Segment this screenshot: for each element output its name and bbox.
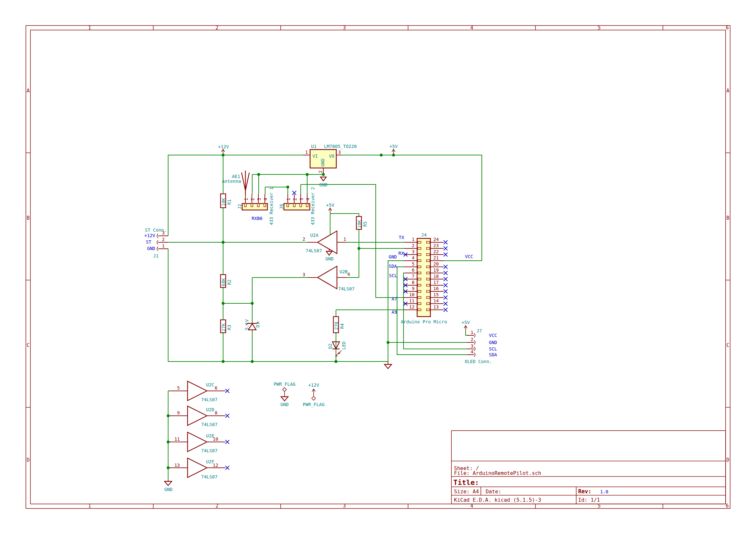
- pwr-flag-1: PWR_FLAG: [274, 382, 295, 387]
- no-connect-x: [225, 440, 229, 444]
- power-symbol-5v-j7[interactable]: [464, 326, 467, 330]
- no-connect-x: [225, 389, 229, 393]
- j4-pin-end: [426, 272, 430, 274]
- u2e-pin-11: 11: [174, 436, 180, 442]
- junction-dot: [392, 154, 395, 157]
- power-5v-j7: +5V: [461, 320, 470, 325]
- j7-pin-1: 1: [471, 330, 473, 335]
- j4-pin-6: 6: [412, 267, 415, 273]
- wire-r5-5v: [330, 214, 359, 235]
- junction-dot: [222, 302, 225, 305]
- net-tx: TX: [399, 235, 404, 240]
- j4-pin-end: [426, 291, 430, 292]
- r2-ref: R2: [227, 279, 232, 285]
- j6-value: 433 Receiver 2: [310, 187, 315, 225]
- no-connect-x: [444, 295, 447, 299]
- component-j6-receiver2[interactable]: [284, 194, 310, 210]
- no-connect-x: [444, 302, 447, 306]
- u2b-pin-3: 3: [303, 272, 305, 277]
- u2f-value: 74LS07: [201, 474, 218, 479]
- power-12v-top: +12V: [218, 144, 229, 149]
- pwr-flag-12v[interactable]: [312, 389, 315, 400]
- grid-ref-col-3: 3: [343, 25, 346, 31]
- wire-a9-led: [336, 310, 404, 362]
- u1-value: LM7805_TO220: [324, 144, 357, 149]
- titleblock-rev-value: 1.0: [600, 489, 608, 494]
- j4-pin-end: [426, 254, 430, 256]
- j6-pin-1: 1: [286, 198, 291, 201]
- j4-pin-end: [426, 266, 430, 268]
- j2-pin-1: 1: [243, 198, 249, 201]
- j7-value: OLED Conn.: [465, 359, 492, 364]
- wire-sda: [397, 267, 467, 355]
- u2e-value: 74LS07: [201, 448, 218, 453]
- net-a7: A7: [392, 296, 397, 301]
- r5-value: 10K: [357, 220, 362, 228]
- no-connect-marks: [225, 191, 447, 470]
- d1-ref: D1: [255, 322, 260, 328]
- j4-pin-13: 13: [433, 304, 439, 310]
- j1-pin-2: 2: [162, 237, 165, 242]
- j2-pin-3: 3: [256, 198, 261, 201]
- wire-12v-rail: [168, 155, 303, 236]
- j4-pin-7: 7: [412, 274, 415, 279]
- j6-ref: J6: [279, 204, 284, 209]
- schematic-canvas[interactable]: 112233445566AABBCCDD Sheet: / File: Ardu…: [0, 0, 756, 534]
- gnd-symbol-main[interactable]: [385, 362, 392, 369]
- j7-pin-3: 3: [471, 343, 473, 348]
- j4-pin-4: 4: [412, 255, 415, 260]
- d2-value: LED: [341, 342, 346, 349]
- j6-pin-4: 4: [305, 198, 310, 201]
- grid-ref-row-B: B: [27, 215, 29, 221]
- u2d-pin-9: 9: [177, 410, 180, 416]
- j4-pin-end: [418, 254, 421, 256]
- j4-pin-end: [426, 309, 430, 311]
- junction-dot: [286, 186, 289, 189]
- u1-pin-3: 3: [338, 150, 341, 155]
- j4-pin-22: 22: [433, 249, 439, 254]
- grid-ref-row-D: D: [27, 457, 29, 463]
- u2d-pin-8: 8: [215, 410, 217, 416]
- j1-ref: J1: [153, 253, 159, 258]
- r3-ref: R3: [227, 325, 232, 330]
- j1-net-12v: +12V: [144, 233, 155, 238]
- net-scl: SCL: [389, 273, 397, 278]
- j4-pin-10: 10: [409, 292, 415, 297]
- j4-pin-14: 14: [433, 298, 439, 303]
- junction-dot: [167, 467, 170, 470]
- no-connect-x: [444, 246, 447, 250]
- j4-pin-end: [418, 303, 421, 305]
- u2d-ref: U2D: [206, 407, 214, 412]
- ae1-ref: AE1: [232, 174, 240, 179]
- u1-pin-name-vi: VI: [312, 153, 318, 159]
- j4-pin-20: 20: [433, 261, 439, 267]
- u1-pin-name-gnd: GND: [320, 159, 325, 167]
- grid-ref-col-2: 2: [215, 503, 218, 509]
- j7-net-sda: SDA: [489, 352, 497, 357]
- u2b-pin-4: 4: [347, 272, 350, 277]
- pwr-flag-1-gnd: GND: [280, 402, 288, 407]
- junction-dot: [335, 360, 338, 363]
- power-symbol-5v-r5[interactable]: [329, 208, 332, 214]
- rxb6-label: RXB6: [252, 216, 262, 221]
- grid-ref-col-1: 1: [88, 25, 91, 31]
- j4-ref: J4: [421, 232, 427, 238]
- u2cf-gnd-label: GND: [164, 487, 172, 492]
- grid-ref-col-6: 6: [726, 25, 729, 31]
- j4-pin-end: [418, 296, 421, 298]
- j4-pin-end: [418, 284, 421, 286]
- grid-ref-col-5: 5: [598, 25, 601, 31]
- j4-pin-11: 11: [409, 298, 415, 303]
- j2-pin-4: 4: [263, 198, 268, 201]
- junction-dot: [306, 173, 309, 176]
- component-d2-led[interactable]: [333, 342, 341, 356]
- j4-pin-23: 23: [433, 243, 439, 248]
- junction-dot: [251, 360, 254, 363]
- titleblock-size: Size: A4: [454, 489, 479, 495]
- u2a-pin-2: 2: [303, 237, 305, 242]
- titleblock-id: Id: 1/1: [578, 497, 600, 503]
- pwr-flag-gnd[interactable]: [281, 388, 288, 401]
- gnd-symbol-u2cf[interactable]: [165, 480, 172, 486]
- component-j2-rxb6[interactable]: [242, 194, 267, 210]
- j4-pin-end: [426, 278, 430, 280]
